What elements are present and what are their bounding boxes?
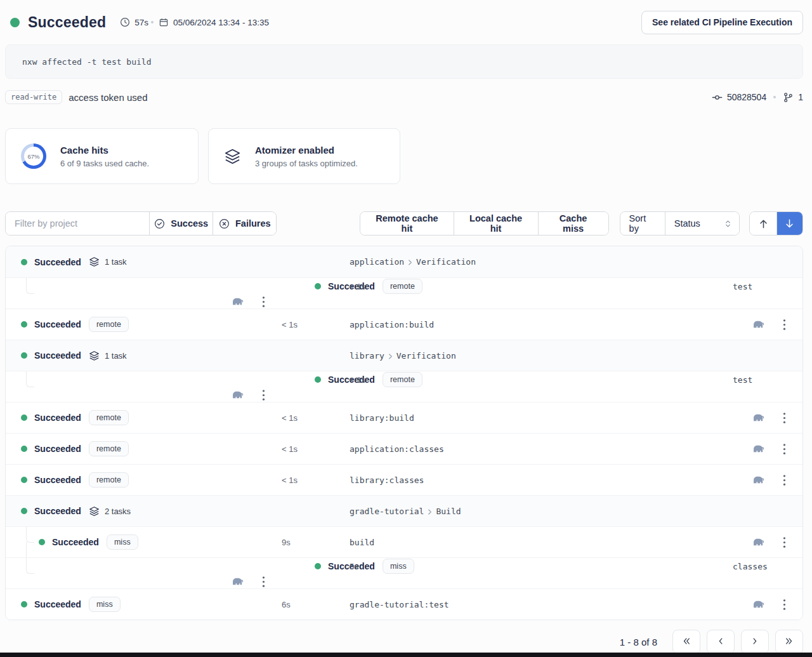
local-cache-hit-button[interactable]: Local cache hit bbox=[454, 212, 538, 235]
tree-line bbox=[26, 278, 34, 294]
kebab-menu-icon[interactable] bbox=[783, 319, 786, 331]
run-duration: 57s bbox=[120, 17, 148, 27]
chevron-right-icon bbox=[407, 259, 414, 266]
task-row[interactable]: Succeeded miss 6s gradle-tutorial:test bbox=[6, 588, 802, 620]
cache-hits-percent: 67% bbox=[27, 153, 39, 160]
task-row[interactable]: Succeeded remote < 1s library:classes bbox=[6, 464, 802, 495]
cache-badge: miss bbox=[89, 597, 121, 612]
kebab-menu-icon[interactable] bbox=[783, 599, 786, 611]
previous-page-button[interactable] bbox=[707, 630, 735, 654]
task-row[interactable]: Succeeded remote < 1s test bbox=[6, 277, 802, 309]
task-group-row[interactable]: Succeeded 2 tasks gradle-tutorialBuild bbox=[6, 495, 802, 526]
task-name: library:build bbox=[350, 413, 733, 423]
gradle-elephant-icon[interactable] bbox=[231, 390, 244, 400]
cache-hits-donut: 67% bbox=[21, 143, 46, 169]
group-task-count: 2 tasks bbox=[105, 507, 131, 516]
success-filter-button[interactable]: Success bbox=[149, 212, 213, 235]
task-group-row[interactable]: Succeeded 1 task libraryVerification bbox=[6, 340, 802, 371]
layers-icon bbox=[89, 506, 100, 517]
task-row[interactable]: Succeeded remote < 1s library:build bbox=[6, 402, 802, 433]
success-filter-label: Success bbox=[171, 218, 208, 229]
branch-count[interactable]: 1 bbox=[798, 92, 803, 102]
row-status-dot bbox=[21, 477, 27, 483]
run-status-dot bbox=[10, 18, 20, 27]
run-date-range-value: 05/06/2024 13:34 - 13:35 bbox=[173, 18, 269, 27]
kebab-menu-icon[interactable] bbox=[783, 536, 786, 548]
gradle-elephant-icon[interactable] bbox=[752, 413, 765, 423]
task-row[interactable]: Succeeded remote < 1s test bbox=[6, 371, 802, 402]
row-status-label: Succeeded bbox=[52, 537, 99, 547]
project-filter-group: Success Failures bbox=[5, 211, 277, 236]
gradle-elephant-icon[interactable] bbox=[752, 537, 765, 547]
arrow-down-icon bbox=[783, 218, 796, 230]
row-status-label: Succeeded bbox=[34, 257, 81, 267]
task-duration: 5s bbox=[350, 562, 733, 571]
kebab-menu-icon[interactable] bbox=[262, 296, 265, 308]
row-status-label: Succeeded bbox=[34, 506, 81, 516]
task-list: Succeeded 1 task applicationVerification… bbox=[5, 246, 803, 620]
group-project: application bbox=[350, 257, 404, 267]
kebab-menu-icon[interactable] bbox=[783, 443, 786, 455]
sort-status-value: Status bbox=[674, 218, 700, 229]
kebab-menu-icon[interactable] bbox=[262, 389, 265, 401]
cache-badge: remote bbox=[89, 472, 129, 488]
chevron-right-icon bbox=[749, 635, 761, 649]
atomizer-card[interactable]: Atomizer enabled 3 groups of tasks optim… bbox=[208, 128, 400, 184]
sort-ascending-button[interactable] bbox=[750, 212, 776, 235]
failures-filter-button[interactable]: Failures bbox=[213, 212, 276, 235]
gradle-elephant-icon[interactable] bbox=[752, 599, 765, 609]
group-path: libraryVerification bbox=[350, 351, 733, 361]
cache-badge: remote bbox=[89, 410, 129, 425]
chevron-right-icon bbox=[387, 353, 394, 360]
check-circle-icon bbox=[154, 218, 165, 229]
bottom-edge-bar bbox=[0, 653, 812, 657]
cache-hits-subtitle: 6 of 9 tasks used cache. bbox=[60, 159, 149, 168]
group-task-count: 1 task bbox=[105, 257, 127, 267]
cache-miss-button[interactable]: Cache miss bbox=[538, 212, 608, 235]
sort-status-select[interactable]: Status bbox=[665, 212, 740, 235]
next-page-button[interactable] bbox=[741, 630, 769, 654]
row-status-dot bbox=[39, 539, 45, 545]
kebab-menu-icon[interactable] bbox=[783, 412, 786, 424]
sort-descending-button[interactable] bbox=[776, 212, 802, 235]
row-status-dot bbox=[21, 259, 27, 265]
last-page-button[interactable] bbox=[775, 630, 803, 654]
gradle-elephant-icon[interactable] bbox=[752, 475, 765, 485]
filter-toolbar: Success Failures Remote cache hit Local … bbox=[5, 211, 803, 236]
task-row[interactable]: Succeeded miss 5s classes bbox=[6, 557, 802, 588]
task-name: application:build bbox=[350, 320, 733, 329]
row-status-dot bbox=[21, 508, 27, 514]
cache-hits-title: Cache hits bbox=[60, 145, 149, 156]
task-duration: < 1s bbox=[282, 475, 350, 485]
gradle-elephant-icon[interactable] bbox=[231, 296, 244, 307]
gradle-elephant-icon[interactable] bbox=[752, 444, 765, 454]
arrow-up-icon bbox=[757, 218, 769, 230]
cache-hits-card[interactable]: 67% Cache hits 6 of 9 tasks used cache. bbox=[5, 128, 199, 184]
first-page-button[interactable] bbox=[672, 630, 700, 654]
task-name: library:classes bbox=[350, 475, 733, 485]
run-date-range: 05/06/2024 13:34 - 13:35 bbox=[159, 17, 269, 27]
task-duration: 9s bbox=[282, 538, 350, 547]
commit-cluster: 50828504 1 bbox=[712, 92, 803, 103]
task-row[interactable]: Succeeded miss 9s build bbox=[6, 526, 802, 557]
row-status-dot bbox=[315, 376, 321, 383]
kebab-menu-icon[interactable] bbox=[262, 576, 265, 588]
summary-cards: 67% Cache hits 6 of 9 tasks used cache. … bbox=[5, 128, 803, 184]
row-status-label: Succeeded bbox=[34, 413, 81, 423]
task-row[interactable]: Succeeded remote < 1s application:classe… bbox=[6, 433, 802, 464]
kebab-menu-icon[interactable] bbox=[783, 474, 786, 486]
task-name: classes bbox=[733, 562, 802, 571]
group-category: Verification bbox=[396, 351, 456, 361]
see-related-ci-pipeline-button[interactable]: See related CI Pipeline Execution bbox=[641, 11, 803, 34]
task-group-row[interactable]: Succeeded 1 task applicationVerification bbox=[6, 246, 802, 277]
sort-direction-group bbox=[749, 211, 803, 236]
row-status-dot bbox=[21, 601, 27, 607]
remote-cache-hit-button[interactable]: Remote cache hit bbox=[360, 212, 453, 235]
gradle-elephant-icon[interactable] bbox=[231, 576, 244, 587]
row-status-label: Succeeded bbox=[34, 350, 81, 361]
commit-hash[interactable]: 50828504 bbox=[727, 92, 766, 102]
group-project: library bbox=[350, 351, 384, 361]
filter-by-project-input[interactable] bbox=[6, 212, 149, 235]
gradle-elephant-icon[interactable] bbox=[752, 319, 765, 329]
task-row[interactable]: Succeeded remote < 1s application:build bbox=[6, 309, 802, 340]
